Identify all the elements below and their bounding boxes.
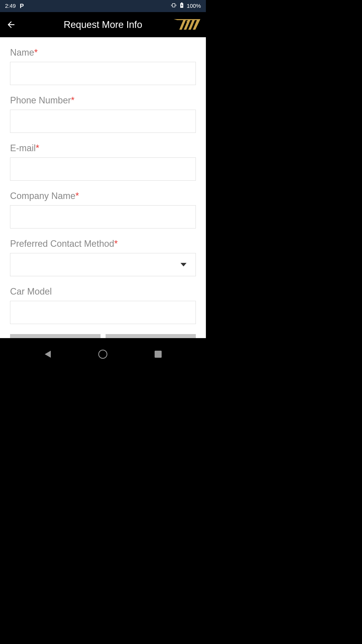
nav-back-icon bbox=[45, 351, 51, 358]
company-input[interactable] bbox=[10, 205, 196, 228]
phone-input[interactable] bbox=[10, 110, 196, 133]
car-model-input[interactable] bbox=[10, 301, 196, 324]
back-arrow-icon bbox=[6, 20, 16, 30]
nav-back-button[interactable] bbox=[42, 348, 54, 360]
name-field-group: Name* bbox=[10, 47, 196, 85]
required-marker: * bbox=[114, 238, 118, 249]
navigation-bar bbox=[0, 342, 206, 366]
required-marker: * bbox=[36, 143, 39, 153]
chevron-down-icon bbox=[180, 263, 187, 266]
required-marker: * bbox=[71, 95, 74, 105]
status-left: 2:49 P bbox=[5, 3, 24, 10]
battery-icon bbox=[180, 2, 184, 10]
nav-home-icon bbox=[98, 350, 107, 359]
name-input[interactable] bbox=[10, 62, 196, 85]
email-label: E-mail* bbox=[10, 143, 196, 153]
status-time: 2:49 bbox=[5, 3, 16, 9]
status-bar: 2:49 P 100% bbox=[0, 0, 206, 12]
nav-recent-icon bbox=[155, 351, 162, 358]
svg-rect-4 bbox=[181, 3, 183, 3]
company-field-group: Company Name* bbox=[10, 191, 196, 228]
contact-method-select[interactable] bbox=[10, 253, 196, 276]
button-row: Reset Send bbox=[10, 334, 196, 338]
email-input[interactable] bbox=[10, 157, 196, 181]
svg-text:T: T bbox=[186, 21, 188, 23]
form-content: Name* Phone Number* E-mail* Company Name… bbox=[0, 37, 206, 338]
email-field-group: E-mail* bbox=[10, 143, 196, 181]
back-button[interactable] bbox=[5, 19, 17, 31]
name-label: Name* bbox=[10, 47, 196, 58]
car-model-field-group: Car Model bbox=[10, 286, 196, 324]
bottom-spacer bbox=[0, 338, 206, 342]
required-marker: * bbox=[75, 191, 79, 201]
company-label: Company Name* bbox=[10, 191, 196, 201]
page-title: Request More Info bbox=[64, 19, 142, 30]
tw-logo-icon: T bbox=[173, 18, 201, 31]
vibrate-icon bbox=[171, 2, 177, 10]
app-bar: Request More Info T bbox=[0, 12, 206, 37]
reset-button[interactable]: Reset bbox=[10, 334, 101, 338]
send-button[interactable]: Send bbox=[106, 334, 196, 338]
phone-field-group: Phone Number* bbox=[10, 95, 196, 133]
status-right: 100% bbox=[171, 2, 201, 10]
contact-method-field-group: Preferred Contact Method* bbox=[10, 238, 196, 276]
battery-percent: 100% bbox=[187, 3, 201, 9]
svg-rect-0 bbox=[172, 4, 175, 7]
app-indicator-icon: P bbox=[20, 3, 24, 10]
phone-label: Phone Number* bbox=[10, 95, 196, 106]
nav-home-button[interactable] bbox=[97, 348, 109, 360]
nav-recent-button[interactable] bbox=[152, 348, 164, 360]
brand-logo: T bbox=[173, 18, 201, 31]
car-model-label: Car Model bbox=[10, 286, 196, 297]
required-marker: * bbox=[34, 47, 38, 58]
contact-method-label: Preferred Contact Method* bbox=[10, 238, 196, 249]
